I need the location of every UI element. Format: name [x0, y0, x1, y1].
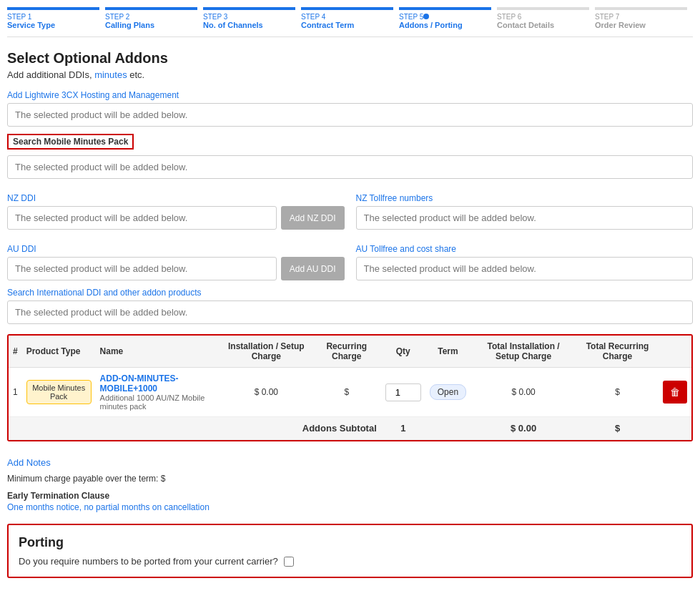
nz-ddi-label: NZ DDI [7, 193, 345, 203]
step-bar-6 [497, 7, 589, 10]
product-type-badge: Mobile Minutes Pack [26, 380, 92, 404]
step-bar-2 [105, 7, 197, 10]
row-product-type: Mobile Minutes Pack [22, 368, 96, 417]
nz-tollfree-col: NZ Tollfree numbers [356, 186, 694, 230]
subtotal-empty [425, 417, 470, 440]
delete-row-button[interactable]: 🗑 [663, 381, 687, 404]
row-delete[interactable]: 🗑 [659, 368, 691, 417]
minutes-link[interactable]: minutes [94, 69, 127, 80]
step-label-5: STEP 5Addons / Porting [399, 13, 463, 29]
row-total-installation: $ 0.00 [470, 368, 576, 417]
early-term-value: One months notice, no partial months on … [7, 502, 693, 512]
add-nz-ddi-button[interactable]: Add NZ DDI [281, 206, 345, 230]
mobile-minutes-label: Search Mobile Minutes Pack [7, 134, 134, 150]
nz-ddi-input[interactable] [7, 206, 277, 230]
row-recurring: $ [312, 368, 381, 417]
nz-tollfree-label: NZ Tollfree numbers [356, 193, 694, 203]
subtotal-installation: $ 0.00 [470, 417, 576, 440]
step-7: STEP 7Order Review [595, 7, 693, 29]
row-installation: $ 0.00 [220, 368, 312, 417]
row-qty[interactable] [381, 368, 425, 417]
col-total-installation: Total Installation / Setup Charge [470, 336, 576, 368]
nz-row: NZ DDI Add NZ DDI NZ Tollfree numbers [7, 186, 693, 230]
col-term: Term [425, 336, 470, 368]
subtotal-qty: 1 [381, 417, 425, 440]
addons-table-wrapper: # Product Type Name Installation / Setup… [7, 334, 693, 441]
step-bar-5 [399, 7, 491, 10]
step-2[interactable]: STEP 2Calling Plans [105, 7, 203, 29]
subtotal-label: Addons Subtotal [9, 417, 381, 440]
porting-question-text: Do you require numbers to be ported from… [19, 556, 278, 567]
col-recurring: Recurring Charge [312, 336, 381, 368]
step-bar-7 [595, 7, 687, 10]
col-name: Name [96, 336, 220, 368]
nz-tollfree-input[interactable] [356, 206, 694, 230]
step-bar-3 [203, 7, 295, 10]
addons-table: # Product Type Name Installation / Setup… [9, 336, 691, 440]
porting-checkbox[interactable] [284, 557, 294, 567]
product-name-sub: Additional 1000 AU/NZ Mobile minutes pac… [100, 394, 216, 411]
subtotal-row: Addons Subtotal 1 $ 0.00 $ [9, 417, 691, 440]
porting-title: Porting [19, 535, 681, 550]
row-term: Open [425, 368, 470, 417]
intl-ddi-input[interactable] [7, 300, 693, 324]
subtotal-delete-placeholder [659, 417, 691, 440]
au-tollfree-col: AU Tollfree and cost share [356, 237, 694, 280]
step-3[interactable]: STEP 3No. of Channels [203, 7, 301, 29]
col-qty: Qty [381, 336, 425, 368]
au-row: AU DDI Add AU DDI AU Tollfree and cost s… [7, 237, 693, 280]
intl-ddi-label: Search International DDI and other addon… [7, 288, 693, 298]
col-hash: # [9, 336, 22, 368]
porting-question: Do you require numbers to be ported from… [19, 556, 681, 567]
early-term-label: Early Termination Clause [7, 491, 693, 501]
col-total-recurring: Total Recurring Charge [576, 336, 659, 368]
lightwire-input[interactable] [7, 103, 693, 127]
term-badge: Open [430, 384, 466, 400]
lightwire-label: Add Lightwire 3CX Hosting and Management [7, 90, 693, 100]
row-num: 1 [9, 368, 22, 417]
au-ddi-label: AU DDI [7, 244, 345, 254]
step-label-7: STEP 7Order Review [595, 13, 646, 29]
col-product-type: Product Type [22, 336, 96, 368]
min-charge-value: $ [161, 474, 166, 484]
step-label-6: STEP 6Contact Details [497, 13, 554, 29]
col-installation: Installation / Setup Charge [220, 336, 312, 368]
step-label-3: STEP 3No. of Channels [203, 13, 263, 29]
min-charge-label: Minimum charge payable over the term: [7, 474, 158, 484]
step-5[interactable]: STEP 5Addons / Porting [399, 7, 497, 29]
col-delete [659, 336, 691, 368]
step-label-1: STEP 1Service Type [7, 13, 55, 29]
page-title: Select Optional Addons [7, 50, 693, 67]
step-6: STEP 6Contact Details [497, 7, 595, 29]
add-au-ddi-button[interactable]: Add AU DDI [281, 257, 345, 280]
step-bar-4 [301, 7, 393, 10]
row-total-recurring: $ [576, 368, 659, 417]
table-row: 1 Mobile Minutes Pack ADD-ON-MINUTES-MOB… [9, 368, 691, 417]
mobile-minutes-input[interactable] [7, 155, 693, 179]
porting-section: Porting Do you require numbers to be por… [7, 524, 693, 578]
nz-ddi-col: NZ DDI Add NZ DDI [7, 186, 345, 230]
step-label-2: STEP 2Calling Plans [105, 13, 154, 29]
step-label-4: STEP 4Contract Term [301, 13, 354, 29]
add-notes-link[interactable]: Add Notes [7, 457, 51, 468]
step-dot [423, 14, 429, 19]
product-name-link[interactable]: ADD-ON-MINUTES-MOBILE+1000 [100, 373, 216, 394]
subtotal-recurring: $ [576, 417, 659, 440]
qty-input[interactable] [385, 383, 421, 401]
step-4[interactable]: STEP 4Contract Term [301, 7, 399, 29]
stepper: STEP 1Service TypeSTEP 2Calling PlansSTE… [7, 7, 693, 37]
step-bar-1 [7, 7, 99, 10]
min-charge-row: Minimum charge payable over the term: $ [7, 474, 693, 484]
au-ddi-input[interactable] [7, 257, 277, 280]
row-product-name: ADD-ON-MINUTES-MOBILE+1000 Additional 10… [96, 368, 220, 417]
au-ddi-col: AU DDI Add AU DDI [7, 237, 345, 280]
au-tollfree-input[interactable] [356, 257, 694, 280]
page-subtitle: Add additional DDIs, minutes etc. [7, 69, 693, 80]
step-1[interactable]: STEP 1Service Type [7, 7, 105, 29]
au-tollfree-label: AU Tollfree and cost share [356, 244, 694, 254]
